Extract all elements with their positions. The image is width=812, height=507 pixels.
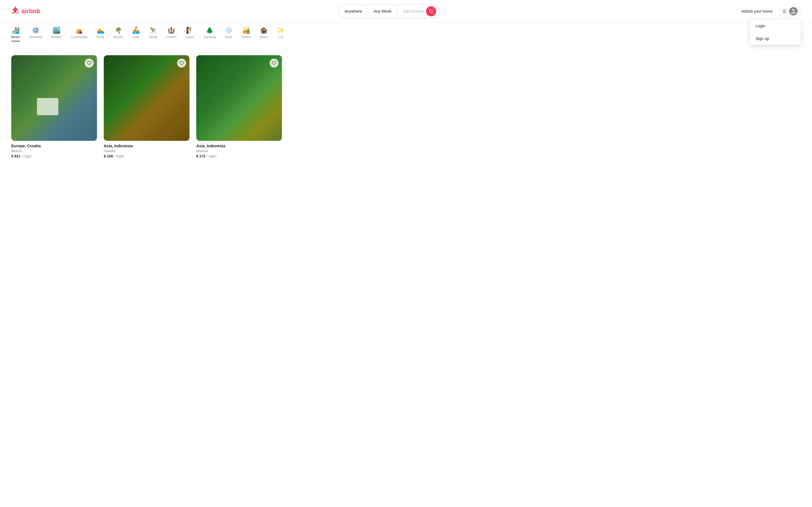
login-menu-item[interactable]: Login	[750, 20, 801, 33]
category-item-lake[interactable]: 🚣Lake	[132, 27, 140, 41]
listing-location: Asia, Indonesia	[104, 144, 190, 148]
listing-info: Asia, Indonesia Islands $ 169 / night	[104, 141, 190, 158]
countryside-label: Countryside	[71, 35, 88, 39]
search-bar: Anywhere Any Week Add Guests	[339, 4, 440, 18]
listing-card[interactable]: Asia, Indonesia Islands $ 169 / night	[104, 55, 190, 158]
beach-label: Beach	[11, 35, 20, 39]
wishlist-button[interactable]	[85, 59, 94, 68]
listing-price: $ 172 / night	[196, 154, 282, 158]
listing-location: Europe, Croatia	[11, 144, 97, 148]
category-item-castles[interactable]: 🏰Castles	[166, 27, 177, 41]
listing-info: Asia, Indonesia Islands $ 172 / night	[196, 141, 282, 158]
desert-icon: 🏜️	[243, 27, 250, 34]
listing-type: Islands	[196, 149, 282, 153]
pools-label: Pools	[96, 35, 104, 39]
skiing-icon: ⛷️	[149, 27, 157, 34]
castles-label: Castles	[166, 35, 177, 39]
listing-type: Beach	[11, 149, 97, 153]
category-item-barns[interactable]: 🏚️Barns	[260, 27, 268, 41]
logo-text: airbnb	[21, 8, 40, 15]
modern-icon: 🏙️	[53, 27, 60, 34]
category-item-countryside[interactable]: ⛺Countryside	[71, 27, 88, 41]
listing-price: $ 169 / night	[104, 154, 190, 158]
price-suffix: / night	[21, 154, 31, 158]
search-submit-button[interactable]	[426, 6, 436, 16]
price-amount: $ 169	[104, 154, 113, 158]
listing-image-wrap	[196, 55, 282, 141]
camping-icon: 🌲	[206, 27, 213, 34]
islands-icon: 🌴	[114, 27, 122, 34]
modern-label: Modern	[51, 35, 62, 39]
host-link[interactable]: Airbnb your home	[738, 7, 776, 16]
user-avatar	[789, 7, 798, 15]
right-nav: Airbnb your home ☰ Login Sign up	[738, 5, 801, 17]
countryside-icon: ⛺	[75, 27, 83, 34]
category-item-windmills[interactable]: ⚙️Windmills	[29, 27, 42, 41]
caves-label: Caves	[186, 35, 194, 39]
islands-label: Islands	[113, 35, 123, 39]
main-content: Europe, Croatia Beach $ 821 / night Asia…	[0, 46, 812, 167]
listing-image	[104, 55, 190, 141]
price-amount: $ 821	[11, 154, 20, 158]
caves-icon: 🧗	[186, 27, 194, 34]
listing-card[interactable]: Asia, Indonesia Islands $ 172 / night	[196, 55, 282, 158]
price-suffix: / night	[206, 154, 216, 158]
price-amount: $ 172	[196, 154, 206, 158]
lux-label: Lux	[278, 35, 283, 39]
header: airbnb Anywhere Any Week Add Guests Airb…	[0, 0, 812, 23]
lux-icon: ✨	[277, 27, 285, 34]
listing-info: Europe, Croatia Beach $ 821 / night	[11, 141, 97, 158]
user-menu-button[interactable]: ☰	[779, 5, 801, 17]
wishlist-button[interactable]	[269, 59, 278, 68]
category-item-beach[interactable]: 🏄Beach	[11, 27, 20, 41]
wishlist-button[interactable]	[177, 59, 186, 68]
pools-icon: 🏊	[97, 27, 104, 34]
barns-icon: 🏚️	[260, 27, 267, 34]
category-item-desert[interactable]: 🏜️Desert	[242, 27, 251, 41]
dropdown-menu: Login Sign up	[750, 20, 801, 45]
skiing-label: Skiing	[149, 35, 157, 39]
listing-type: Islands	[104, 149, 190, 153]
category-item-caves[interactable]: 🧗Caves	[186, 27, 194, 41]
desert-label: Desert	[242, 35, 251, 39]
listing-image	[196, 55, 282, 141]
castles-icon: 🏰	[167, 27, 175, 34]
listing-image-wrap	[104, 55, 190, 141]
hamburger-icon: ☰	[782, 9, 786, 14]
category-nav: 🏄Beach⚙️Windmills🏙️Modern⛺Countryside🏊Po…	[0, 23, 812, 46]
listing-card[interactable]: Europe, Croatia Beach $ 821 / night	[11, 55, 97, 158]
category-item-skiing[interactable]: ⛷️Skiing	[149, 27, 157, 41]
listing-location: Asia, Indonesia	[196, 144, 282, 148]
listing-image	[11, 55, 97, 141]
lake-label: Lake	[133, 35, 139, 39]
arctic-icon: ❄️	[225, 27, 233, 34]
beach-icon: 🏄	[12, 27, 19, 34]
category-item-lux[interactable]: ✨Lux	[277, 27, 285, 41]
add-guests-button[interactable]: Add Guests	[398, 5, 440, 18]
windmills-icon: ⚙️	[32, 27, 40, 34]
listing-image-wrap	[11, 55, 97, 141]
lake-icon: 🚣	[132, 27, 140, 34]
logo[interactable]: airbnb	[11, 6, 40, 17]
arctic-label: Arctic	[225, 35, 233, 39]
category-item-islands[interactable]: 🌴Islands	[113, 27, 123, 41]
anywhere-button[interactable]: Anywhere	[339, 5, 368, 18]
price-suffix: / night	[114, 154, 124, 158]
camping-label: Camping	[204, 35, 216, 39]
windmills-label: Windmills	[29, 35, 42, 39]
listings-grid: Europe, Croatia Beach $ 821 / night Asia…	[11, 55, 282, 158]
category-item-camping[interactable]: 🌲Camping	[204, 27, 216, 41]
listing-price: $ 821 / night	[11, 154, 97, 158]
category-item-pools[interactable]: 🏊Pools	[96, 27, 104, 41]
airbnb-logo-icon	[11, 6, 20, 17]
signup-menu-item[interactable]: Sign up	[750, 33, 801, 45]
any-week-button[interactable]: Any Week	[368, 5, 398, 18]
category-item-arctic[interactable]: ❄️Arctic	[225, 27, 233, 41]
category-item-modern[interactable]: 🏙️Modern	[51, 27, 62, 41]
barns-label: Barns	[260, 35, 268, 39]
svg-line-1	[432, 12, 433, 13]
